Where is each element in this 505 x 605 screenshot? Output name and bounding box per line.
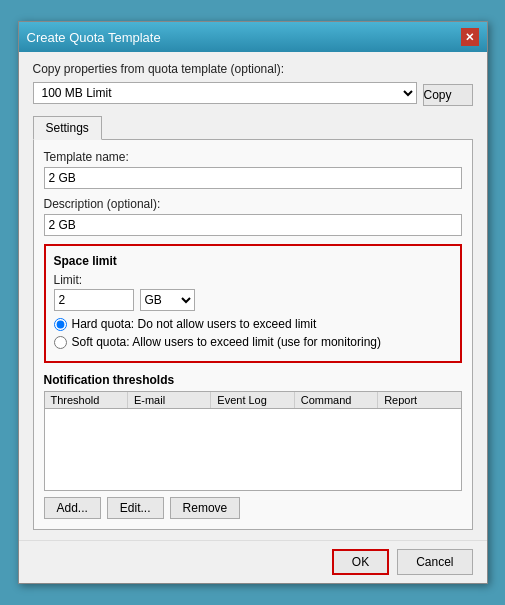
notification-table: Threshold E-mail Event Log Command Repor…	[44, 391, 462, 491]
copy-label: Copy properties from quota template (opt…	[33, 62, 473, 76]
cancel-button[interactable]: Cancel	[397, 549, 472, 575]
col-eventlog: Event Log	[211, 392, 294, 408]
tab-settings[interactable]: Settings	[33, 116, 102, 140]
table-header: Threshold E-mail Event Log Command Repor…	[45, 392, 461, 409]
limit-value-input[interactable]	[54, 289, 134, 311]
create-quota-dialog: Create Quota Template ✕ Copy properties …	[18, 21, 488, 584]
description-label: Description (optional):	[44, 197, 462, 211]
soft-quota-row: Soft quota: Allow users to exceed limit …	[54, 335, 452, 349]
col-email: E-mail	[128, 392, 211, 408]
template-name-label: Template name:	[44, 150, 462, 164]
ok-button[interactable]: OK	[332, 549, 389, 575]
hard-quota-row: Hard quota: Do not allow users to exceed…	[54, 317, 452, 331]
col-threshold: Threshold	[45, 392, 128, 408]
hard-quota-label: Hard quota: Do not allow users to exceed…	[72, 317, 317, 331]
copy-row: 100 MB Limit 200 GB Limit Monitor 200 GB…	[33, 80, 473, 106]
copy-button[interactable]: Copy	[423, 84, 473, 106]
close-button[interactable]: ✕	[461, 28, 479, 46]
tab-bar: Settings	[33, 116, 473, 140]
table-body	[45, 409, 461, 487]
dialog-title: Create Quota Template	[27, 30, 161, 45]
limit-unit-select[interactable]: KB MB GB TB	[140, 289, 195, 311]
edit-button[interactable]: Edit...	[107, 497, 164, 519]
space-limit-box: Space limit Limit: KB MB GB TB	[44, 244, 462, 363]
action-buttons: Add... Edit... Remove	[44, 497, 462, 519]
add-button[interactable]: Add...	[44, 497, 101, 519]
remove-button[interactable]: Remove	[170, 497, 241, 519]
col-report: Report	[378, 392, 460, 408]
tab-content: Template name: Description (optional): S…	[33, 140, 473, 530]
description-input[interactable]	[44, 214, 462, 236]
notification-title: Notification thresholds	[44, 373, 462, 387]
limit-label: Limit:	[54, 273, 195, 287]
limit-row: Limit: KB MB GB TB	[54, 273, 452, 311]
quota-template-select[interactable]: 100 MB Limit 200 GB Limit Monitor 200 GB…	[33, 82, 417, 104]
col-command: Command	[295, 392, 378, 408]
hard-quota-radio[interactable]	[54, 318, 67, 331]
template-name-input[interactable]	[44, 167, 462, 189]
space-limit-title: Space limit	[54, 254, 452, 268]
dialog-body: Copy properties from quota template (opt…	[19, 52, 487, 540]
notification-section: Notification thresholds Threshold E-mail…	[44, 373, 462, 519]
dialog-footer: OK Cancel	[19, 540, 487, 583]
soft-quota-label: Soft quota: Allow users to exceed limit …	[72, 335, 381, 349]
soft-quota-radio[interactable]	[54, 336, 67, 349]
title-bar: Create Quota Template ✕	[19, 22, 487, 52]
